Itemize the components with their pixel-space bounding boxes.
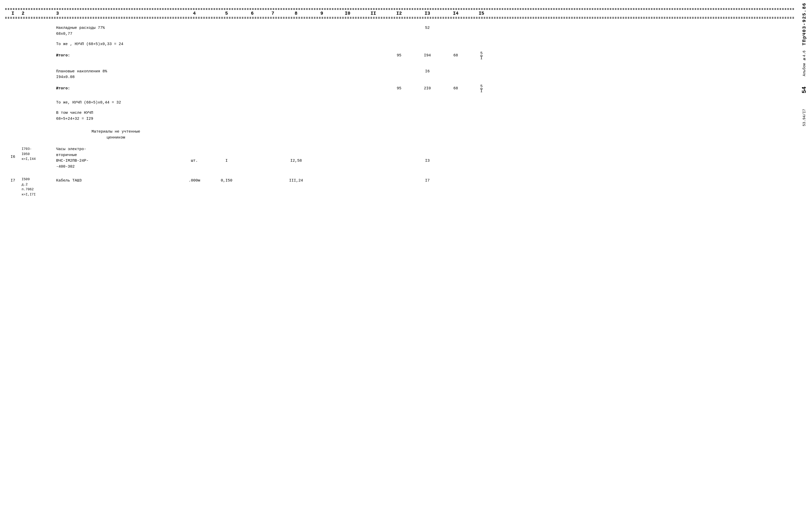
col-header-6: 6 bbox=[242, 11, 263, 16]
row-i6-col5: I bbox=[211, 146, 242, 164]
itogo1-col15: 5 I bbox=[468, 52, 494, 60]
col-header-15: I5 bbox=[468, 11, 494, 16]
itogo2-col12: 95 bbox=[386, 86, 412, 92]
itogo1-fraction-den: I bbox=[480, 56, 482, 60]
overhead-desc: Накладные расходы 77% 68x0,77 bbox=[54, 25, 178, 37]
plan-val13: I6 bbox=[412, 69, 443, 75]
col-header-9: 9 bbox=[309, 11, 335, 16]
itogo2-fraction: 5 I bbox=[480, 85, 482, 93]
main-content: I 2 3 4 5 6 7 8 9 I0 II I2 I3 I4 I5 Накл… bbox=[5, 8, 794, 198]
itogo2-col14: 68 bbox=[443, 86, 468, 92]
row-i6-col1: I6 bbox=[5, 146, 20, 160]
row-i7-col5: 0,I50 bbox=[211, 177, 242, 184]
col-header-4: 4 bbox=[178, 11, 211, 16]
itogo2-fraction-den: I bbox=[480, 89, 482, 93]
album-label: Альбом №4.6 bbox=[802, 50, 806, 76]
header-bottom-line bbox=[5, 18, 794, 18]
materials-label: Материалы не учтенные bbox=[91, 130, 140, 134]
doc-number-label: ТПрЧ03-925.86 bbox=[802, 3, 807, 45]
col-header-8: 8 bbox=[283, 11, 309, 16]
col-header-13: I3 bbox=[412, 11, 443, 16]
itogo2-row: Итого: 95 2I0 68 5 I bbox=[5, 84, 794, 94]
col-header-1: I bbox=[5, 11, 20, 16]
plan-label: Плановые накопления 8% bbox=[56, 69, 107, 74]
col-header-7: 7 bbox=[263, 11, 283, 16]
column-headers-row: I 2 3 4 5 6 7 8 9 I0 II I2 I3 I4 I5 bbox=[5, 9, 794, 17]
row-i7-col8: III,24 bbox=[283, 177, 309, 184]
col-header-5: 5 bbox=[211, 11, 242, 16]
col-header-3: 3 bbox=[54, 11, 178, 16]
row-i7-col3: Кабель ТАШЗ bbox=[54, 177, 178, 184]
doc-code-bottom: 53.94/I7 bbox=[802, 109, 806, 126]
overhead-val13: 52 bbox=[412, 25, 443, 31]
itogo2-fraction-num: 5 bbox=[480, 85, 482, 89]
header-top-line bbox=[5, 8, 794, 9]
row-i7-col13: I7 bbox=[412, 177, 443, 184]
row-i6: I6 I703- I050 к=I,I44 Часы электро- втор… bbox=[5, 145, 794, 171]
itogo1-col14: 68 bbox=[443, 53, 468, 59]
side-labels: ТПрЧ03-925.86 Альбом №4.6 54 53.94/I7 bbox=[797, 0, 812, 526]
row-i6-col3: Часы электро- вторичные ВЧС-IM2ПВ-24Р- -… bbox=[54, 146, 178, 170]
col-header-12: I2 bbox=[386, 11, 412, 16]
itogo1-fraction: 5 I bbox=[480, 52, 482, 60]
itogo1-fraction-num: 5 bbox=[480, 52, 482, 56]
same-nuchp-row: То же , НУЧП (68+5)x0,33 = 24 bbox=[5, 40, 794, 48]
col-header-10: I0 bbox=[335, 11, 360, 16]
vtomchisle-row: В том числе НУЧП 68+5+24+32 = I29 bbox=[5, 109, 794, 123]
col-header-11: II bbox=[360, 11, 386, 16]
itogo2-label: Итого: bbox=[54, 86, 178, 92]
row-i6-col8: I2,58 bbox=[283, 146, 309, 164]
itogo1-col12: 95 bbox=[386, 53, 412, 59]
overhead-formula: 68x0,77 bbox=[56, 32, 72, 36]
row-i7-col2: I509 д.2 п.7062 к=I,I7I bbox=[20, 177, 54, 197]
same-nuchp2-label: То же, НУЧП (68+5)x0,44 = 32 bbox=[54, 100, 178, 106]
page: ТПрЧ03-925.86 Альбом №4.6 54 53.94/I7 I … bbox=[0, 0, 812, 526]
page-number-54: 54 bbox=[801, 87, 808, 93]
same-nuchp-label: То же , НУЧП (68+5)x0,33 = 24 bbox=[54, 42, 178, 47]
itogo1-label: Итого: bbox=[54, 53, 178, 59]
row-i6-col4: шт. bbox=[178, 146, 211, 164]
plan-desc: Плановые накопления 8% I94x0.08 bbox=[54, 69, 178, 80]
col-header-14: I4 bbox=[443, 11, 468, 16]
itogo1-row: Итого: 95 I94 68 5 I bbox=[5, 50, 794, 61]
row-i7: I7 I509 д.2 п.7062 к=I,I7I Кабель ТАШЗ .… bbox=[5, 176, 794, 198]
materials-desc: Материалы не учтенные ценником bbox=[54, 129, 178, 141]
materials-label2: ценником bbox=[106, 135, 125, 140]
vtomchisle-label: В том числе НУЧП bbox=[56, 111, 93, 115]
col-header-2: 2 bbox=[20, 11, 54, 16]
itogo2-col15: 5 I bbox=[468, 85, 494, 93]
vtomchisle-formula: 68+5+24+32 = I29 bbox=[56, 117, 93, 121]
itogo1-col13: I94 bbox=[412, 53, 443, 59]
overhead-row: Накладные расходы 77% 68x0,77 52 bbox=[5, 24, 794, 38]
same-nuchp2-row: То же, НУЧП (68+5)x0,44 = 32 bbox=[5, 99, 794, 107]
materials-row: Материалы не учтенные ценником bbox=[5, 128, 794, 142]
plan-formula: I94x0.08 bbox=[56, 75, 75, 79]
row-i7-col1: I7 bbox=[5, 177, 20, 184]
overhead-label: Накладные расходы 77% bbox=[56, 26, 105, 30]
plan-row: Плановые накопления 8% I94x0.08 I6 bbox=[5, 68, 794, 82]
itogo2-col13: 2I0 bbox=[412, 86, 443, 92]
vtomchisle-desc: В том числе НУЧП 68+5+24+32 = I29 bbox=[54, 110, 178, 122]
row-i6-col13: I3 bbox=[412, 146, 443, 164]
row-i6-col2: I703- I050 к=I,I44 bbox=[20, 146, 54, 162]
row-i7-col4: .000м bbox=[178, 177, 211, 184]
